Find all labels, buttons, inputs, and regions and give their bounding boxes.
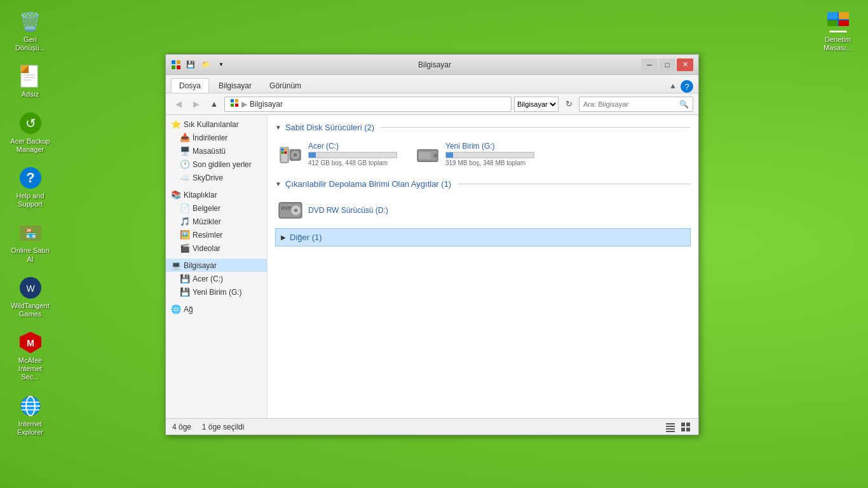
svg-rect-61 xyxy=(686,428,690,431)
minimize-button[interactable]: ─ xyxy=(641,58,658,71)
main-content: ⭐ Sık Kullanılanlar 📥 İndirilenler 🖥️ Ma… xyxy=(166,115,698,418)
ie-label: Internet Explorer xyxy=(9,420,51,437)
hdd-g-icon: 💾 xyxy=(180,287,190,297)
denetim-icon: ▬▬▬ xyxy=(825,9,851,34)
desktop-icon-mcafee[interactable]: M McAfee Internet Sec... xyxy=(6,327,54,384)
tiles-view-button[interactable] xyxy=(679,421,692,433)
sidebar-item-muzikler[interactable]: 🎵 Müzikler xyxy=(166,215,267,228)
skydrive-label: SkyDrive xyxy=(193,173,223,182)
tab-dosya[interactable]: Dosya xyxy=(171,78,209,93)
desktop-icon-adsiz[interactable]: Adsız xyxy=(6,61,54,101)
denetim-label: Denetim Masası... xyxy=(817,36,859,52)
sidebar-item-resimler[interactable]: 🖼️ Resimler xyxy=(166,228,267,241)
window-icon xyxy=(171,60,181,70)
desktop-icon-recycle-bin[interactable]: 🗑️ Geri Dönüşü... xyxy=(6,6,54,55)
back-button[interactable]: ◀ xyxy=(171,97,186,112)
search-input[interactable] xyxy=(583,100,679,108)
sidebar-item-yeni-birim[interactable]: 💾 Yeni Birim (G:) xyxy=(166,285,267,299)
sidebar-item-son-gidilen[interactable]: 🕐 Son gidilen yerler xyxy=(166,158,267,171)
address-text: Bilgisayar xyxy=(250,100,283,109)
indirilenler-label: İndirilenler xyxy=(193,133,227,142)
content-pane: ▼ Sabit Disk Sürücüleri (2) xyxy=(268,115,698,418)
sidebar-favorites-header[interactable]: ⭐ Sık Kullanılanlar xyxy=(166,118,267,131)
dvd-item[interactable]: DVD DVD RW Sürücüsü (D:) xyxy=(275,195,691,226)
quick-dropdown-btn[interactable]: ▼ xyxy=(214,58,228,72)
forward-button[interactable]: ▶ xyxy=(189,97,204,112)
close-button[interactable]: ✕ xyxy=(677,58,693,71)
sidebar-item-skydrive[interactable]: ☁️ SkyDrive xyxy=(166,171,267,184)
cikarilabilir-header: ▼ Çıkarılabilir Depolama Birimi Olan Ayg… xyxy=(275,177,691,191)
cikarilabilir-title: Çıkarılabilir Depolama Birimi Olan Aygıt… xyxy=(285,179,451,189)
desktop-icon-wildtangent[interactable]: W WildTangent Games xyxy=(6,273,54,321)
help-button[interactable]: ? xyxy=(681,80,693,93)
address-path[interactable]: ▶ Bilgisayar xyxy=(224,97,512,112)
drive-g-bar xyxy=(446,152,453,158)
drive-c-name: Acer (C:) xyxy=(308,142,397,151)
refresh-button[interactable]: ↻ xyxy=(561,97,576,112)
sabit-disk-title: Sabit Disk Sürücüleri (2) xyxy=(285,123,374,132)
diger-section[interactable]: ▶ Diğer (1) xyxy=(275,228,691,247)
drive-yeni-birim-g[interactable]: Yeni Birim (G:) 319 MB boş, 348 MB topla… xyxy=(412,139,539,169)
address-arrow: ▶ xyxy=(241,100,247,109)
svg-rect-25 xyxy=(839,20,849,26)
wildtangent-icon: W xyxy=(18,275,43,301)
details-view-button[interactable] xyxy=(664,421,677,433)
svg-rect-37 xyxy=(281,148,284,151)
svg-rect-58 xyxy=(681,423,685,426)
belgeler-label: Belgeler xyxy=(193,204,220,213)
tab-gorunum[interactable]: Görünüm xyxy=(261,78,309,93)
muzikler-label: Müzikler xyxy=(193,217,221,226)
ribbon-collapse-btn[interactable]: ▲ xyxy=(667,79,679,93)
internet-explorer-icon xyxy=(18,393,43,419)
help-support-icon: ? xyxy=(18,165,43,191)
drive-acer-c[interactable]: Acer (C:) 412 GB boş, 448 GB toplam xyxy=(275,139,402,169)
desktop-icon: 🖥️ xyxy=(180,146,190,156)
svg-rect-57 xyxy=(666,431,675,432)
items-count-text: 4 öge xyxy=(172,423,191,431)
sidebar-item-masaustu[interactable]: 🖥️ Masaüstü xyxy=(166,144,267,158)
desktop-icon-help-support[interactable]: ? Help and Support xyxy=(6,163,54,211)
desktop-icon-ie[interactable]: Internet Explorer xyxy=(6,391,54,439)
quick-access-bar: 💾 📁 ▼ xyxy=(184,58,228,72)
quick-folder-btn[interactable]: 📁 xyxy=(199,58,213,72)
sidebar-item-acer-c[interactable]: 💾 Acer (C:) xyxy=(166,272,267,285)
yeni-birim-label: Yeni Birim (G:) xyxy=(193,288,242,297)
selected-text: 1 öge seçildi xyxy=(202,423,245,431)
desktop-icon-online-satin[interactable]: 🏪 Online Satın Al xyxy=(6,217,54,266)
search-box: 🔍 xyxy=(579,97,693,112)
drives-grid: Acer (C:) 412 GB boş, 448 GB toplam xyxy=(275,139,691,169)
hdd-c-icon: 💾 xyxy=(180,274,190,283)
svg-rect-24 xyxy=(827,20,837,26)
svg-text:DVD: DVD xyxy=(281,205,292,211)
svg-rect-34 xyxy=(235,104,238,107)
desktop-icon-denetim[interactable]: ▬▬▬ Denetim Masası... xyxy=(814,6,862,55)
network-icon: 🌐 xyxy=(171,304,181,314)
tab-bilgisayar[interactable]: Bilgisayar xyxy=(210,78,260,93)
svg-rect-29 xyxy=(172,65,175,69)
address-dropdown[interactable]: Bilgisayar xyxy=(514,97,559,112)
svg-rect-40 xyxy=(284,151,287,154)
sidebar-item-videolar[interactable]: 🎬 Videolar xyxy=(166,241,267,255)
cikarilabilir-arrow: ▼ xyxy=(275,180,281,187)
svg-rect-4 xyxy=(24,77,35,78)
sidebar-libraries-header[interactable]: 📚 Kitaplıklar xyxy=(166,188,267,201)
svg-point-43 xyxy=(294,153,297,157)
maximize-button[interactable]: □ xyxy=(659,58,675,71)
desktop-icon-acer-backup[interactable]: ↺ Acer Backup Manager xyxy=(6,108,54,156)
quick-save-btn[interactable]: 💾 xyxy=(184,58,198,72)
sidebar-item-indirilenler[interactable]: 📥 İndirilenler xyxy=(166,131,267,144)
svg-rect-32 xyxy=(235,99,238,102)
dvd-icon: DVD xyxy=(278,198,303,223)
computer-icon: 💻 xyxy=(171,261,181,270)
up-button[interactable]: ▲ xyxy=(207,97,222,112)
svg-rect-23 xyxy=(839,12,849,19)
sidebar-network[interactable]: 🌐 Ağ xyxy=(166,302,267,316)
favorites-label: Sık Kullanılanlar xyxy=(184,120,239,129)
online-satin-icon: 🏪 xyxy=(18,220,43,245)
svg-rect-47 xyxy=(419,152,431,159)
sidebar-computer-header[interactable]: 💻 Bilgisayar xyxy=(166,259,267,272)
status-items-count: 4 öge 1 öge seçildi xyxy=(172,423,244,431)
adsiz-label: Adsız xyxy=(22,90,39,98)
sidebar-item-belgeler[interactable]: 📄 Belgeler xyxy=(166,201,267,215)
svg-point-53 xyxy=(295,210,297,211)
